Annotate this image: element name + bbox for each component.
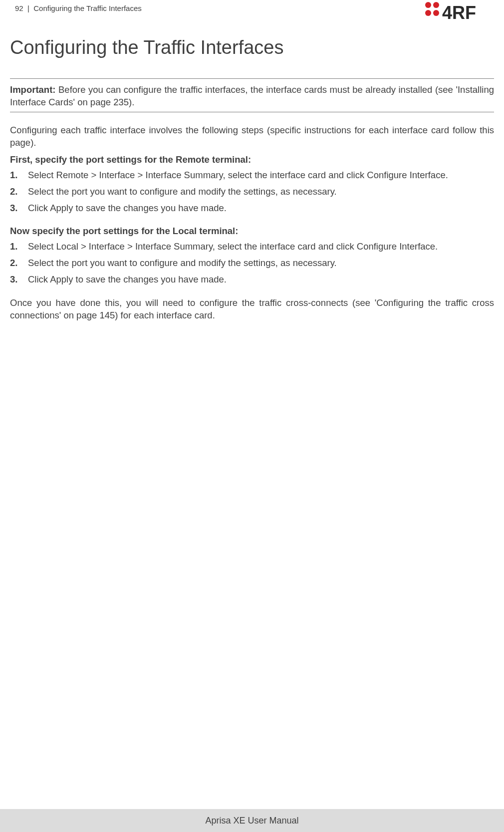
svg-point-0 bbox=[425, 2, 431, 8]
list-item: Select Remote > Interface > Interface Su… bbox=[28, 169, 494, 182]
remote-steps: Select Remote > Interface > Interface Su… bbox=[10, 169, 494, 215]
page-title: Configuring the Traffic Interfaces bbox=[10, 37, 494, 58]
list-item: Select the port you want to configure an… bbox=[28, 257, 494, 270]
brand-logo: 4RF bbox=[422, 0, 492, 26]
closing-paragraph: Once you have done this, you will need t… bbox=[10, 297, 494, 322]
callout-rule-bottom bbox=[10, 112, 494, 112]
page-header: 92 | Configuring the Traffic Interfaces … bbox=[0, 0, 504, 30]
list-item: Click Apply to save the changes you have… bbox=[28, 202, 494, 215]
list-item: Select Local > Interface > Interface Sum… bbox=[28, 241, 494, 253]
content-area: Configuring the Traffic Interfaces Impor… bbox=[0, 37, 504, 322]
list-item: Select the port you want to configure an… bbox=[28, 186, 494, 198]
remote-heading: First, specify the port settings for the… bbox=[10, 154, 494, 165]
svg-point-3 bbox=[433, 10, 439, 16]
footer-bar: Aprisa XE User Manual bbox=[0, 809, 504, 832]
lead-paragraph: Configuring each traffic interface invol… bbox=[10, 124, 494, 149]
svg-text:4RF: 4RF bbox=[442, 2, 476, 23]
footer-text: Aprisa XE User Manual bbox=[205, 816, 298, 826]
page-number: 92 bbox=[15, 4, 23, 12]
svg-point-2 bbox=[425, 10, 431, 16]
svg-point-1 bbox=[433, 2, 439, 8]
header-text: 92 | Configuring the Traffic Interfaces bbox=[15, 4, 142, 12]
local-steps: Select Local > Interface > Interface Sum… bbox=[10, 241, 494, 286]
callout-label: Important: bbox=[10, 84, 55, 95]
important-callout: Important: Before you can configure the … bbox=[10, 84, 494, 109]
header-section-title: Configuring the Traffic Interfaces bbox=[33, 4, 142, 12]
page: 92 | Configuring the Traffic Interfaces … bbox=[0, 0, 504, 832]
logo-svg: 4RF bbox=[422, 0, 492, 24]
list-item: Click Apply to save the changes you have… bbox=[28, 274, 494, 286]
callout-text: Before you can configure the traffic int… bbox=[10, 84, 494, 107]
local-heading: Now specify the port settings for the Lo… bbox=[10, 226, 494, 237]
callout-rule-top bbox=[10, 78, 494, 79]
